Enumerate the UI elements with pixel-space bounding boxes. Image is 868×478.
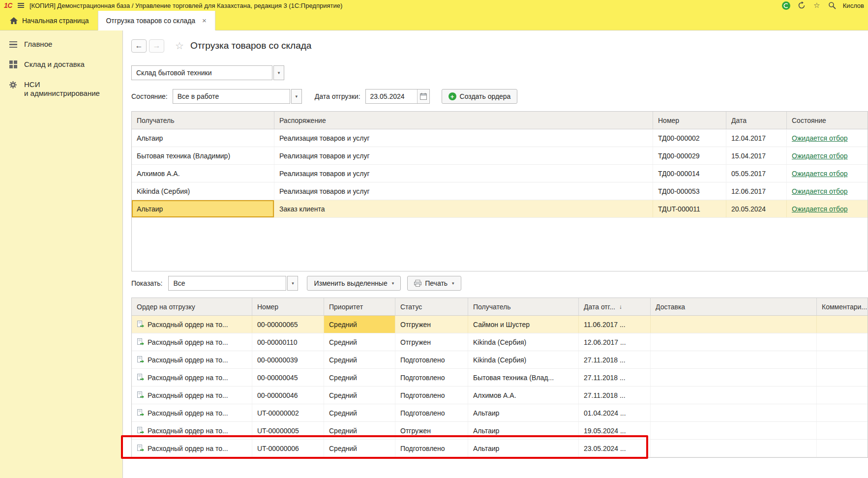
favorite-star-icon[interactable]: ☆ (175, 40, 184, 52)
cell-delivery[interactable] (651, 387, 817, 404)
search-icon[interactable] (828, 1, 837, 10)
tab-shipment-from-warehouse[interactable]: Отгрузка товаров со склада × (98, 11, 215, 30)
cell-comment[interactable] (817, 440, 868, 457)
cell-comment[interactable] (817, 333, 868, 351)
main-menu-icon[interactable] (17, 2, 25, 9)
orders-row[interactable]: Альтаир Реализация товаров и услуг ТД00-… (132, 129, 868, 147)
ship-date-value[interactable]: 23.05.2024 (366, 90, 417, 103)
cell-recipient[interactable]: Саймон и Шустер (468, 316, 579, 333)
cell-status[interactable]: Отгружен (395, 333, 468, 351)
print-button[interactable]: Печать ▾ (407, 276, 461, 291)
col-header-number[interactable]: Номер (252, 298, 324, 315)
cell-delivery[interactable] (651, 440, 817, 457)
cell-ship-date[interactable]: 27.11.2018 ... (579, 387, 651, 404)
cell-order[interactable]: Реализация товаров и услуг (274, 182, 653, 200)
orders-row[interactable]: Алхимов А.А. Реализация товаров и услуг … (132, 165, 868, 182)
state-select-dropdown-icon[interactable]: ▾ (291, 89, 302, 104)
show-select-dropdown-icon[interactable]: ▾ (287, 276, 298, 291)
cell-priority[interactable]: Средний (324, 440, 395, 457)
cell-number[interactable]: ТДUT-000011 (653, 200, 726, 217)
col-header-ship-date[interactable]: Дата отг... ↓ (579, 298, 651, 315)
state-link[interactable]: Ожидается отбор (792, 187, 848, 195)
cell-recipient[interactable]: Бытовая техника (Влад... (468, 369, 579, 386)
warehouse-select-dropdown-icon[interactable]: ▾ (273, 65, 284, 80)
cell-comment[interactable] (817, 369, 868, 386)
cell-delivery[interactable] (651, 422, 817, 439)
cell-recipient[interactable]: Альтаир (132, 129, 274, 147)
cell-recipient[interactable]: Альтаир (468, 404, 579, 421)
col-header-recipient[interactable]: Получатель (468, 298, 579, 315)
cell-recipient-focused[interactable]: Альтаир (132, 200, 274, 217)
cell-ship-date[interactable]: 01.04.2024 ... (579, 404, 651, 421)
cell-recipient[interactable]: Алхимов А.А. (132, 165, 274, 182)
create-orders-button[interactable]: + Создать ордера (442, 89, 518, 104)
shipment-row[interactable]: Расходный ордер на то... 00-00000110 Сре… (132, 333, 868, 351)
cell-priority-focused[interactable]: Средний (324, 316, 395, 333)
show-select[interactable]: Все (168, 276, 286, 291)
orders-row-selected[interactable]: Альтаир Заказ клиента ТДUT-000011 20.05.… (132, 200, 868, 218)
cell-date[interactable]: 15.04.2017 (726, 147, 787, 164)
home-tab[interactable]: Начальная страница (0, 11, 98, 30)
support-chat-icon[interactable] (782, 1, 791, 10)
cell-order[interactable]: Реализация товаров и услуг (274, 165, 653, 182)
cell-date[interactable]: 20.05.2024 (726, 200, 787, 217)
favorites-icon[interactable]: ☆ (812, 1, 821, 10)
cell-order[interactable]: Расходный ордер на то... (132, 369, 252, 386)
cell-number[interactable]: UT-00000002 (252, 404, 324, 421)
orders-row[interactable]: Бытовая техника (Владимир) Реализация то… (132, 147, 868, 165)
forward-button[interactable]: → (149, 39, 164, 53)
col-header-order[interactable]: Распоряжение (274, 112, 653, 129)
shipment-row[interactable]: Расходный ордер на то... 00-00000046 Сре… (132, 387, 868, 404)
cell-comment[interactable] (817, 422, 868, 439)
cell-ship-date[interactable]: 11.06.2017 ... (579, 316, 651, 333)
cell-order[interactable]: Расходный ордер на то... (132, 422, 252, 439)
cell-order[interactable]: Реализация товаров и услуг (274, 129, 653, 147)
cell-status[interactable]: Подготовлено (395, 440, 468, 457)
col-header-delivery[interactable]: Доставка (651, 298, 817, 315)
user-name[interactable]: Кислов (843, 2, 864, 9)
cell-number[interactable]: 00-00000065 (252, 316, 324, 333)
edit-selected-button[interactable]: Изменить выделенные ▾ (307, 276, 401, 291)
cell-priority[interactable]: Средний (324, 351, 395, 368)
cell-number[interactable]: 00-00000110 (252, 333, 324, 351)
cell-status[interactable]: Подготовлено (395, 404, 468, 421)
cell-comment[interactable] (817, 404, 868, 421)
cell-status[interactable]: Подготовлено (395, 369, 468, 386)
cell-ship-date[interactable]: 27.11.2018 ... (579, 369, 651, 386)
cell-priority[interactable]: Средний (324, 333, 395, 351)
state-link[interactable]: Ожидается отбор (792, 205, 848, 213)
cell-order[interactable]: Расходный ордер на то... (132, 387, 252, 404)
shipment-row-selected[interactable]: Расходный ордер на то... 00-00000065 Сре… (132, 316, 868, 333)
cell-order[interactable]: Заказ клиента (274, 200, 653, 217)
cell-priority[interactable]: Средний (324, 369, 395, 386)
col-header-order[interactable]: Ордер на отгрузку (132, 298, 252, 315)
state-link[interactable]: Ожидается отбор (792, 134, 848, 142)
col-header-number[interactable]: Номер (653, 112, 726, 129)
cell-number[interactable]: UT-00000005 (252, 422, 324, 439)
cell-recipient[interactable]: Бытовая техника (Владимир) (132, 147, 274, 164)
warehouse-select[interactable]: Склад бытовой техники (131, 65, 272, 80)
shipment-row[interactable]: Расходный ордер на то... 00-00000045 Сре… (132, 369, 868, 387)
shipment-row[interactable]: Расходный ордер на то... UT-00000005 Сре… (132, 422, 868, 440)
col-header-recipient[interactable]: Получатель (132, 112, 274, 129)
ship-date-field[interactable]: 23.05.2024 (365, 89, 430, 104)
cell-recipient[interactable]: Альтаир (468, 422, 579, 439)
cell-priority[interactable]: Средний (324, 387, 395, 404)
cell-order[interactable]: Реализация товаров и услуг (274, 147, 653, 164)
cell-date[interactable]: 12.04.2017 (726, 129, 787, 147)
cell-order[interactable]: Расходный ордер на то... (132, 440, 252, 457)
cell-number[interactable]: ТД00-000014 (653, 165, 726, 182)
shipment-row[interactable]: Расходный ордер на то... 00-00000039 Сре… (132, 351, 868, 369)
orders-row[interactable]: Kikinda (Сербия) Реализация товаров и ус… (132, 182, 868, 200)
cell-order[interactable]: Расходный ордер на то... (132, 333, 252, 351)
cell-order[interactable]: Расходный ордер на то... (132, 316, 252, 333)
cell-status[interactable]: Подготовлено (395, 351, 468, 368)
cell-recipient[interactable]: Алхимов А.А. (468, 387, 579, 404)
cell-date[interactable]: 12.06.2017 (726, 182, 787, 200)
sidebar-item-warehouse-delivery[interactable]: Склад и доставка (0, 55, 122, 75)
cell-ship-date[interactable]: 19.05.2024 ... (579, 422, 651, 439)
cell-order[interactable]: Расходный ордер на то... (132, 351, 252, 368)
col-header-state[interactable]: Состояние (787, 112, 868, 129)
cell-order[interactable]: Расходный ордер на то... (132, 404, 252, 421)
cell-number[interactable]: ТД00-000053 (653, 182, 726, 200)
